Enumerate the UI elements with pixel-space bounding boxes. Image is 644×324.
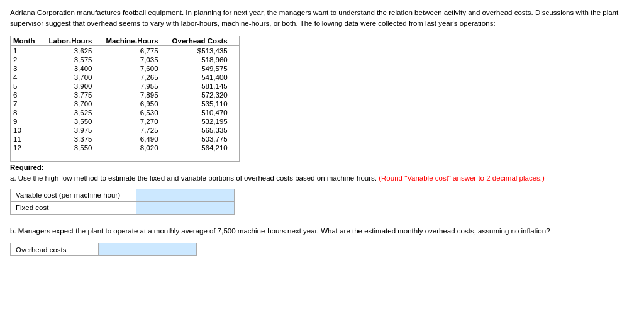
table-cell: 6,490 [103,135,169,143]
table-cell: 5 [11,82,46,91]
table-cell: 3,700 [46,73,103,82]
table-cell: 3,575 [46,55,103,64]
table-row: 93,5507,270532,195 [11,117,239,126]
table-cell: 549,575 [170,64,239,73]
table-cell: 8,020 [103,143,169,152]
overhead-costs-label: Overhead costs [11,243,99,256]
variable-cost-row: Variable cost (per machine hour) [11,189,235,201]
table-cell: 7,035 [103,55,169,64]
table-cell: 2 [11,55,46,64]
col-header-labor: Labor-Hours [46,36,103,46]
table-row: 83,6256,530510,470 [11,108,239,117]
variable-cost-input[interactable] [139,191,231,199]
table-row: 33,4007,600549,575 [11,64,239,73]
table-row: 123,5508,020564,210 [11,143,239,152]
table-cell: 10 [11,126,46,135]
fixed-cost-label: Fixed cost [11,201,136,214]
table-cell: 564,210 [170,143,239,152]
table-cell: 7,955 [103,82,169,91]
table-cell: 8 [11,108,46,117]
col-header-month: Month [11,36,46,46]
part-a-red-text: (Round "Variable cost" answer to 2 decim… [379,174,545,182]
table-cell: 3,375 [46,135,103,143]
overhead-costs-input-cell[interactable] [99,243,197,256]
table-cell: 3,775 [46,91,103,99]
table-cell: 11 [11,135,46,143]
table-cell: 7 [11,99,46,108]
table-cell: 6,775 [103,45,169,55]
table-cell: 6 [11,91,46,99]
table-cell: 7,265 [103,73,169,82]
col-header-overhead: Overhead Costs [170,36,239,46]
data-table-wrapper: Month Labor-Hours Machine-Hours Overhead… [10,36,240,162]
table-row: 63,7757,895572,320 [11,91,239,99]
intro-text: Adriana Corporation manufactures footbal… [10,8,634,30]
data-table: Month Labor-Hours Machine-Hours Overhead… [11,36,239,152]
table-cell: 6,950 [103,99,169,108]
table-cell: 3,975 [46,126,103,135]
table-cell: 532,195 [170,117,239,126]
table-cell: 503,775 [170,135,239,143]
table-cell: 581,145 [170,82,239,91]
table-cell: 7,270 [103,117,169,126]
col-header-machine: Machine-Hours [103,36,169,46]
table-cell: 518,960 [170,55,239,64]
required-label: Required: [10,164,634,171]
table-cell: 510,470 [170,108,239,117]
part-b-text: b. Managers expect the plant to operate … [10,226,634,237]
table-row: 53,9007,955581,145 [11,82,239,91]
table-cell: $513,435 [170,45,239,55]
overhead-input-table: Overhead costs [10,243,197,256]
table-row: 113,3756,490503,775 [11,135,239,143]
overhead-row: Overhead costs [11,243,197,256]
fixed-cost-row: Fixed cost [11,201,235,214]
part-a-question: a. Use the high-low method to estimate t… [10,173,634,184]
table-cell: 4 [11,73,46,82]
table-cell: 565,335 [170,126,239,135]
table-cell: 3,900 [46,82,103,91]
overhead-costs-input[interactable] [101,246,194,254]
table-row: 13,6256,775$513,435 [11,45,239,55]
table-cell: 7,725 [103,126,169,135]
fixed-cost-input[interactable] [139,204,231,211]
table-cell: 541,400 [170,73,239,82]
table-cell: 7,600 [103,64,169,73]
table-cell: 3,550 [46,117,103,126]
table-cell: 3,625 [46,108,103,117]
table-cell: 3,400 [46,64,103,73]
variable-cost-label: Variable cost (per machine hour) [11,189,136,201]
table-cell: 7,895 [103,91,169,99]
table-row: 23,5757,035518,960 [11,55,239,64]
table-cell: 3,550 [46,143,103,152]
table-cell: 12 [11,143,46,152]
fixed-cost-input-cell[interactable] [136,201,235,214]
variable-cost-input-cell[interactable] [136,189,235,201]
table-row: 73,7006,950535,110 [11,99,239,108]
table-row: 43,7007,265541,400 [11,73,239,82]
required-section: Required: a. Use the high-low method to … [10,164,634,215]
table-cell: 3 [11,64,46,73]
table-cell: 6,530 [103,108,169,117]
table-cell: 3,700 [46,99,103,108]
table-cell: 1 [11,45,46,55]
table-cell: 3,625 [46,45,103,55]
part-a-text: a. Use the high-low method to estimate t… [10,174,377,182]
table-cell: 9 [11,117,46,126]
table-cell: 572,320 [170,91,239,99]
part-a-input-table: Variable cost (per machine hour) Fixed c… [10,189,235,215]
table-row: 103,9757,725565,335 [11,126,239,135]
table-cell: 535,110 [170,99,239,108]
